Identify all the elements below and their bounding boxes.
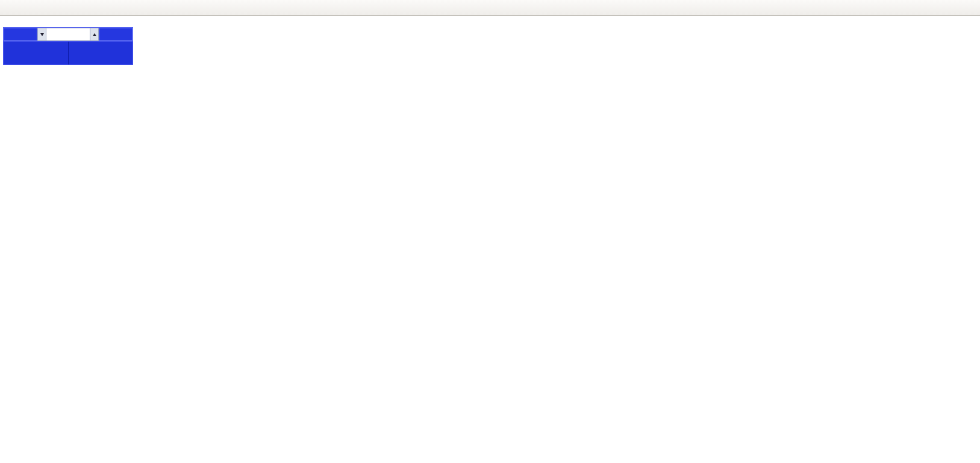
main-toolbar xyxy=(0,0,980,16)
buy-price[interactable] xyxy=(69,42,133,65)
triangle-up-icon xyxy=(93,33,96,36)
price-chart[interactable] xyxy=(0,0,980,463)
sell-price[interactable] xyxy=(4,42,69,65)
volume-increase-button[interactable] xyxy=(90,28,99,41)
buy-button[interactable] xyxy=(99,28,133,41)
chart-title xyxy=(4,19,6,26)
one-click-trading-panel xyxy=(3,27,133,65)
triangle-down-icon xyxy=(40,33,44,36)
sell-button[interactable] xyxy=(4,28,37,41)
volume-input[interactable] xyxy=(46,28,90,41)
volume-decrease-button[interactable] xyxy=(37,28,46,41)
